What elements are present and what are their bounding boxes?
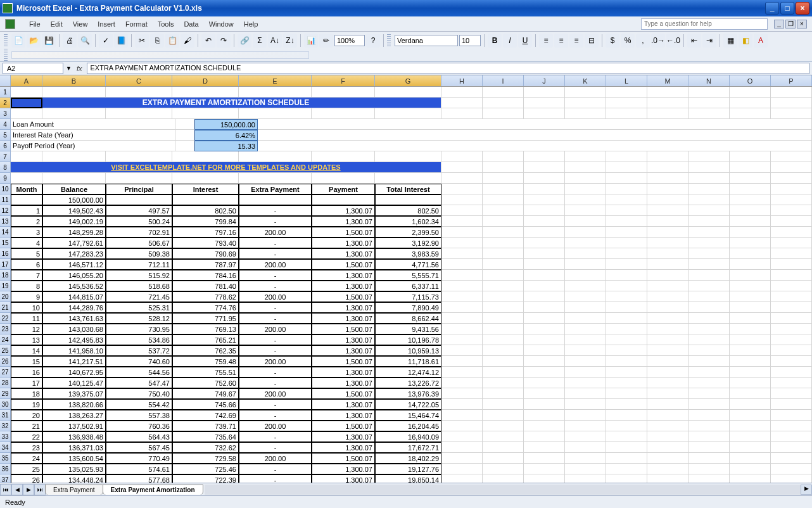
save-button[interactable]: 💾: [42, 34, 56, 48]
menu-file[interactable]: File: [24, 19, 46, 29]
data-cell[interactable]: 17,672.71: [375, 442, 441, 453]
data-cell[interactable]: 8: [11, 281, 42, 291]
col-header-F[interactable]: F: [312, 75, 375, 86]
data-cell[interactable]: 1,500.07: [312, 388, 375, 399]
name-box[interactable]: [3, 63, 63, 74]
data-cell[interactable]: 774.76: [172, 302, 239, 313]
data-cell[interactable]: 730.95: [106, 324, 172, 334]
data-cell[interactable]: 9,431.56: [375, 324, 441, 334]
data-cell[interactable]: 534.86: [106, 334, 172, 345]
comma-button[interactable]: ,: [636, 34, 650, 48]
data-cell[interactable]: -: [239, 367, 312, 378]
input-rate[interactable]: 6.42%: [194, 130, 258, 141]
data-cell[interactable]: 147,283.23: [42, 248, 106, 259]
data-cell[interactable]: 15,464.74: [375, 410, 441, 421]
data-cell[interactable]: 712.11: [106, 259, 172, 270]
data-cell[interactable]: 15: [11, 356, 42, 367]
data-cell[interactable]: 790.69: [172, 248, 239, 259]
col-header-B[interactable]: B: [42, 75, 106, 86]
data-cell[interactable]: 1,300.07: [312, 313, 375, 324]
data-cell[interactable]: 22: [11, 431, 42, 442]
data-cell[interactable]: 740.60: [106, 356, 172, 367]
data-cell[interactable]: 5: [11, 248, 42, 259]
data-cell[interactable]: 19,127.76: [375, 464, 441, 474]
data-cell[interactable]: 574.61: [106, 464, 172, 474]
doc-minimize-button[interactable]: _: [774, 20, 784, 29]
toolbar-grip[interactable]: [4, 49, 8, 61]
data-cell[interactable]: 537.72: [106, 345, 172, 356]
data-cell[interactable]: 16,204.45: [375, 421, 441, 431]
data-cell[interactable]: 144,289.76: [42, 302, 106, 313]
row-header[interactable]: 30: [0, 399, 11, 410]
data-cell[interactable]: 1,300.07: [312, 302, 375, 313]
data-cell[interactable]: 138,263.27: [42, 410, 106, 421]
input-period[interactable]: 15.33: [194, 141, 258, 151]
data-cell[interactable]: 137,502.91: [42, 421, 106, 431]
data-cell[interactable]: 1: [11, 205, 42, 216]
paste-button[interactable]: 📋: [165, 34, 179, 48]
data-cell[interactable]: 200.00: [239, 388, 312, 399]
decrease-decimal-button[interactable]: ←.0: [666, 34, 680, 48]
data-cell[interactable]: 1,300.07: [312, 464, 375, 474]
italic-button[interactable]: I: [503, 34, 517, 48]
data-cell[interactable]: 6: [11, 259, 42, 270]
data-cell[interactable]: 1,300.07: [312, 367, 375, 378]
data-cell[interactable]: 25: [11, 464, 42, 474]
link-banner[interactable]: VISIT EXCELTEMPLATE.NET FOR MORE TEMPLAT…: [11, 162, 441, 173]
hyperlink-button[interactable]: 🔗: [238, 34, 251, 48]
row-header[interactable]: 35: [0, 453, 11, 464]
data-cell[interactable]: 12: [11, 324, 42, 334]
data-cell[interactable]: 144,815.07: [42, 291, 106, 302]
horizontal-scrollbar[interactable]: [205, 485, 801, 495]
data-cell[interactable]: 721.45: [106, 291, 172, 302]
data-cell[interactable]: 722.39: [172, 474, 239, 483]
data-cell[interactable]: 3: [11, 227, 42, 238]
data-cell[interactable]: 1,300.07: [312, 270, 375, 281]
menu-data[interactable]: Data: [179, 19, 203, 29]
data-cell[interactable]: 1,500.07: [312, 291, 375, 302]
col-header-O[interactable]: O: [730, 75, 771, 86]
data-cell[interactable]: 136,938.48: [42, 431, 106, 442]
align-right-button[interactable]: ≡: [569, 34, 583, 48]
data-cell[interactable]: -: [239, 410, 312, 421]
row-header[interactable]: 14: [0, 227, 11, 238]
data-cell[interactable]: 759.48: [172, 356, 239, 367]
data-cell[interactable]: 1,500.07: [312, 356, 375, 367]
col-header-L[interactable]: L: [606, 75, 647, 86]
data-cell[interactable]: 745.66: [172, 399, 239, 410]
data-cell[interactable]: 4,771.56: [375, 259, 441, 270]
data-cell[interactable]: 778.62: [172, 291, 239, 302]
data-cell[interactable]: 1,300.07: [312, 399, 375, 410]
menu-help[interactable]: Help: [239, 19, 263, 29]
data-cell[interactable]: -: [239, 281, 312, 291]
data-cell[interactable]: -: [239, 399, 312, 410]
data-cell[interactable]: 19: [11, 399, 42, 410]
data-cell[interactable]: 765.21: [172, 334, 239, 345]
data-cell[interactable]: 1,500.07: [312, 421, 375, 431]
data-cell[interactable]: 1,300.07: [312, 238, 375, 248]
col-header-I[interactable]: I: [483, 75, 524, 86]
data-cell[interactable]: 13: [11, 334, 42, 345]
data-cell[interactable]: 139,375.07: [42, 388, 106, 399]
data-cell[interactable]: -: [239, 474, 312, 483]
data-cell[interactable]: 12,474.12: [375, 367, 441, 378]
data-cell[interactable]: 11: [11, 313, 42, 324]
borders-button[interactable]: ▦: [723, 34, 737, 48]
font-select[interactable]: [395, 35, 458, 46]
data-cell[interactable]: 518.68: [106, 281, 172, 291]
cell-grid[interactable]: EXTRA PAYMENT AMORTIZATION SCHEDULELoan …: [11, 87, 812, 483]
toolbar-grip[interactable]: [4, 34, 8, 47]
col-header-P[interactable]: P: [771, 75, 812, 86]
col-header-A[interactable]: A: [11, 75, 42, 86]
data-cell[interactable]: 1,300.07: [312, 334, 375, 345]
data-cell[interactable]: 200.00: [239, 453, 312, 464]
data-cell[interactable]: 10,196.78: [375, 334, 441, 345]
col-header-E[interactable]: E: [239, 75, 312, 86]
data-cell[interactable]: -: [239, 205, 312, 216]
row-header[interactable]: 3: [0, 108, 11, 119]
data-cell[interactable]: 14: [11, 345, 42, 356]
data-cell[interactable]: -: [239, 248, 312, 259]
data-cell[interactable]: 497.57: [106, 205, 172, 216]
zoom-select[interactable]: [334, 35, 365, 46]
data-cell[interactable]: 17: [11, 378, 42, 388]
